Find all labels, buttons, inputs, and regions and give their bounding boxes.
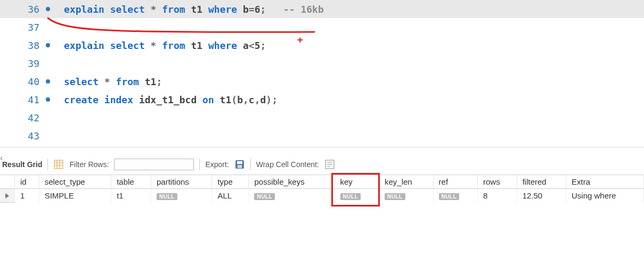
column-header[interactable]: ref [433,175,477,189]
cell[interactable]: Using where [566,189,643,203]
code-text[interactable]: explain select * from t1 where b=6; -- 1… [43,4,324,15]
separator-icon [47,159,48,170]
line-number: 36 [0,4,43,15]
code-line[interactable]: 37 [0,18,644,36]
column-header[interactable]: possible_keys [249,175,335,189]
cell[interactable]: 1 [15,189,39,203]
cell[interactable]: NULL [379,189,433,203]
statement-marker-icon [46,79,50,84]
line-number: 43 [0,130,43,142]
cell[interactable]: 12.50 [517,189,566,203]
column-header[interactable]: Extra [566,175,643,189]
cell[interactable]: ALL [212,189,249,203]
export-label: Export: [205,160,229,169]
line-number: 42 [0,112,43,123]
cell[interactable]: NULL [433,189,477,203]
panel-divider [0,147,644,154]
column-header[interactable]: id [15,175,39,189]
code-line[interactable]: 41create index idx_t1_bcd on t1(b,c,d); [0,90,644,109]
code-text[interactable]: create index idx_t1_bcd on t1(b,c,d); [43,94,278,105]
wrap-cell-icon[interactable] [324,159,335,170]
separator-icon [199,159,200,170]
statement-marker-icon [46,43,50,47]
column-header[interactable]: type [212,175,249,189]
cell[interactable]: NULL [335,189,379,203]
current-row-marker-icon [0,189,15,203]
code-text[interactable]: explain select * from t1 where a<5; [43,40,266,51]
filter-rows-input[interactable] [114,159,194,170]
code-line[interactable]: 36explain select * from t1 where b=6; --… [0,0,644,18]
column-header[interactable]: rows [478,175,517,189]
line-number: 39 [0,58,43,69]
line-number: 37 [0,22,43,33]
null-pill: NULL [340,193,361,200]
wrap-cell-label: Wrap Cell Content: [256,160,319,169]
code-line[interactable]: 39 [0,54,644,72]
cell[interactable]: NULL [249,189,335,203]
code-line[interactable]: 40select * from t1; [0,72,644,90]
column-header[interactable]: key [335,175,379,189]
column-header[interactable]: filtered [517,175,566,189]
result-toolbar: Result Grid Filter Rows: Export: Wrap Ce… [0,154,644,175]
code-text[interactable]: select * from t1; [43,76,162,87]
null-pill: NULL [254,193,275,200]
column-header[interactable]: table [111,175,151,189]
export-save-icon[interactable] [234,159,245,170]
statement-marker-icon [46,7,50,11]
null-pill: NULL [385,193,405,200]
separator-icon [250,159,251,170]
cell[interactable]: 8 [478,189,517,203]
null-pill: NULL [439,193,460,200]
cell[interactable]: NULL [151,189,211,203]
code-line[interactable]: 38explain select * from t1 where a<5; [0,36,644,54]
grid-view-icon[interactable] [53,159,64,170]
column-header[interactable]: select_type [39,175,111,189]
column-header[interactable]: key_len [379,175,433,189]
line-number: 40 [0,76,43,87]
line-number: 41 [0,94,43,105]
cell[interactable]: SIMPLE [39,189,111,203]
svg-rect-0 [54,160,63,169]
svg-rect-7 [238,165,242,168]
row-marker-header [0,175,15,189]
statement-marker-icon [46,97,50,102]
fold-chevron-icon: ‹ [0,153,7,164]
filter-rows-label: Filter Rows: [69,160,109,169]
cell[interactable]: t1 [111,189,151,203]
code-line[interactable]: 43 [0,127,644,145]
column-header[interactable]: partitions [151,175,211,189]
code-line[interactable]: 42 [0,109,644,127]
svg-rect-6 [237,161,242,164]
result-grid[interactable]: idselect_typetablepartitionstypepossible… [0,175,644,203]
null-pill: NULL [157,193,177,200]
sql-editor[interactable]: + 36explain select * from t1 where b=6; … [0,0,644,145]
line-number: 38 [0,40,43,51]
result-grid-label: Result Grid [2,160,42,169]
